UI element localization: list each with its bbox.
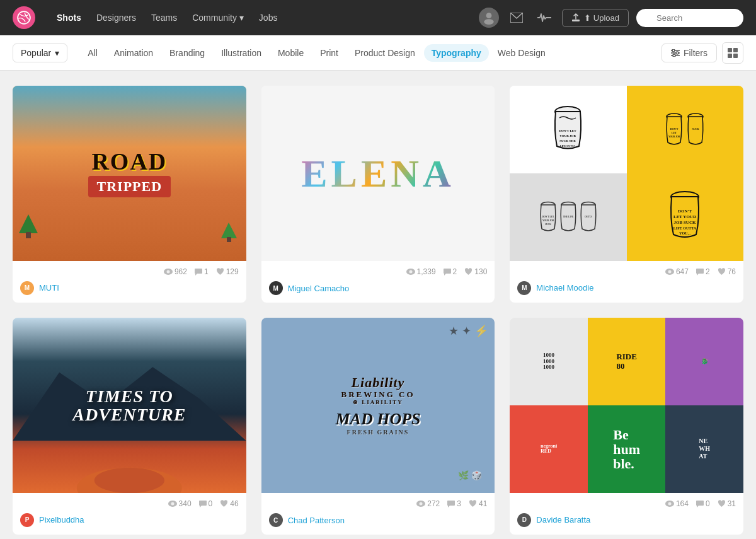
shot-author-5: C Chad Patterson — [261, 511, 495, 535]
views-stat-3: 647 — [665, 267, 689, 276]
shot-author-1: M MUTI — [13, 279, 246, 303]
chevron-down-icon: ▾ — [55, 48, 59, 58]
author-avatar-3: M — [517, 281, 531, 295]
nav-links: Shots Designers Teams Community ▾ Jobs — [50, 9, 479, 26]
shot-meta-6: 164 0 31 — [510, 493, 743, 511]
author-name-2[interactable]: Miguel Camacho — [288, 284, 350, 293]
shot-meta-5: 272 3 41 — [261, 493, 495, 511]
svg-point-56 — [171, 502, 174, 505]
shot-stats-5: 272 3 41 — [416, 499, 487, 508]
shot-card-6[interactable]: 100010001000 RIDE80 🐉 negroniRED Behumbl… — [510, 318, 743, 535]
cat-illustration[interactable]: Illustration — [214, 44, 269, 62]
link-icon-4: 🔗 — [19, 324, 32, 336]
svg-rect-15 — [728, 54, 732, 58]
nav-teams[interactable]: Teams — [145, 9, 183, 26]
shot-image-5: Liability BREWING CO ⊛ LIABILITY MAD HOP… — [261, 318, 495, 493]
mail-icon[interactable] — [507, 8, 527, 28]
dribbble-icon — [13, 6, 35, 29]
shot-author-4: P Pixelbuddha — [13, 511, 246, 535]
comments-stat-2: 2 — [444, 267, 457, 276]
cat-branding[interactable]: Branding — [162, 44, 212, 62]
views-stat-4: 340 — [168, 499, 192, 508]
author-name-3[interactable]: Michael Moodie — [536, 283, 593, 293]
svg-point-12 — [673, 54, 675, 57]
filter-bar: Popular ▾ All Animation Branding Illustr… — [0, 35, 756, 71]
shot-image-4: TIMES TOADVENTURE 🔗 — [13, 318, 246, 493]
sort-dropdown[interactable]: Popular ▾ — [13, 43, 67, 62]
shot-card-4[interactable]: TIMES TOADVENTURE 🔗 340 0 — [13, 318, 246, 535]
shot-meta-3: 647 2 76 — [510, 261, 743, 279]
shot-card-5[interactable]: Liability BREWING CO ⊛ LIABILITY MAD HOP… — [261, 318, 495, 535]
svg-point-11 — [676, 52, 679, 54]
shot-stats-1: 962 1 129 — [164, 267, 239, 276]
svg-point-60 — [668, 502, 671, 505]
comments-stat-1: 1 — [195, 267, 209, 276]
author-name-6[interactable]: Davide Baratta — [536, 515, 590, 525]
likes-stat-1: 129 — [216, 267, 239, 276]
svg-point-24 — [409, 270, 412, 274]
sort-label: Popular — [21, 48, 51, 58]
navbar: Shots Designers Teams Community ▾ Jobs ⬆… — [0, 0, 756, 35]
nav-designers[interactable]: Designers — [90, 9, 142, 26]
author-avatar-5: C — [269, 513, 283, 527]
author-avatar-1: M — [20, 281, 34, 295]
shot-image-2: ELENA 🔗 — [261, 86, 495, 261]
shot-card-2[interactable]: ELENA 🔗 1,339 2 — [261, 86, 495, 303]
link-icon-1: 🔗 — [19, 92, 32, 104]
cat-animation[interactable]: Animation — [106, 44, 161, 62]
author-name-1[interactable]: MUTI — [39, 283, 59, 293]
user-avatar[interactable] — [479, 8, 499, 28]
shot-meta-1: 962 1 129 — [13, 261, 246, 279]
link-icon-3: 🔗 — [516, 92, 529, 104]
shot-stats-2: 1,339 2 130 — [406, 267, 488, 276]
likes-stat-5: 41 — [469, 499, 487, 508]
shot-card-1[interactable]: ROAD TRIPPED 🔗 — [13, 86, 246, 303]
comments-stat-3: 2 — [696, 267, 710, 276]
filters-button[interactable]: Filters — [662, 43, 717, 62]
views-stat-1: 962 — [164, 267, 187, 276]
svg-rect-13 — [728, 48, 732, 52]
svg-rect-14 — [733, 48, 738, 52]
likes-stat-3: 76 — [718, 267, 736, 276]
cat-print[interactable]: Print — [312, 44, 346, 62]
shot-author-2: M Miguel Camacho — [261, 279, 495, 303]
author-avatar-2: M — [269, 281, 283, 295]
author-name-5[interactable]: Chad Patterson — [288, 516, 345, 525]
shots-grid: ROAD TRIPPED 🔗 — [13, 86, 743, 535]
upload-label: ⬆ Upload — [584, 13, 619, 23]
main-content: ROAD TRIPPED 🔗 — [0, 71, 756, 539]
cat-product-design[interactable]: Product Design — [347, 44, 423, 62]
nav-community[interactable]: Community ▾ — [186, 9, 250, 26]
svg-rect-18 — [26, 232, 31, 238]
upload-button[interactable]: ⬆ Upload — [562, 9, 629, 27]
svg-marker-19 — [221, 223, 237, 238]
cat-mobile[interactable]: Mobile — [270, 44, 311, 62]
shot-stats-3: 647 2 76 — [665, 267, 736, 276]
shot-author-6: D Davide Baratta — [510, 511, 743, 535]
views-stat-6: 164 — [665, 499, 689, 508]
link-icon-5: 🔗 — [268, 324, 280, 336]
filters-label: Filters — [684, 48, 707, 58]
shot-card-3[interactable]: DON'T LETYOUR JOBSUCK THELIFE OUTTA DON'… — [510, 86, 743, 303]
likes-stat-4: 46 — [220, 499, 238, 508]
likes-stat-6: 31 — [718, 499, 736, 508]
comments-stat-4: 0 — [199, 499, 213, 508]
likes-stat-2: 130 — [464, 267, 487, 276]
author-name-4[interactable]: Pixelbuddha — [39, 515, 84, 525]
cat-typography[interactable]: Typography — [424, 44, 489, 62]
author-avatar-6: D — [517, 513, 531, 527]
nav-jobs[interactable]: Jobs — [253, 9, 284, 26]
filter-right: Filters — [662, 42, 743, 64]
activity-icon[interactable] — [534, 8, 554, 28]
comments-stat-5: 3 — [447, 499, 461, 508]
shot-image-6: 100010001000 RIDE80 🐉 negroniRED Behumbl… — [510, 318, 743, 493]
cat-web-design[interactable]: Web Design — [490, 44, 553, 62]
shot-author-3: M Michael Moodie — [510, 279, 743, 303]
cat-all[interactable]: All — [80, 44, 105, 62]
search-wrapper — [636, 9, 743, 27]
view-toggle-button[interactable] — [722, 42, 743, 64]
nav-shots[interactable]: Shots — [50, 9, 88, 26]
brand-logo[interactable] — [13, 6, 35, 29]
shot-stats-6: 164 0 31 — [665, 499, 736, 508]
search-input[interactable] — [636, 9, 743, 27]
